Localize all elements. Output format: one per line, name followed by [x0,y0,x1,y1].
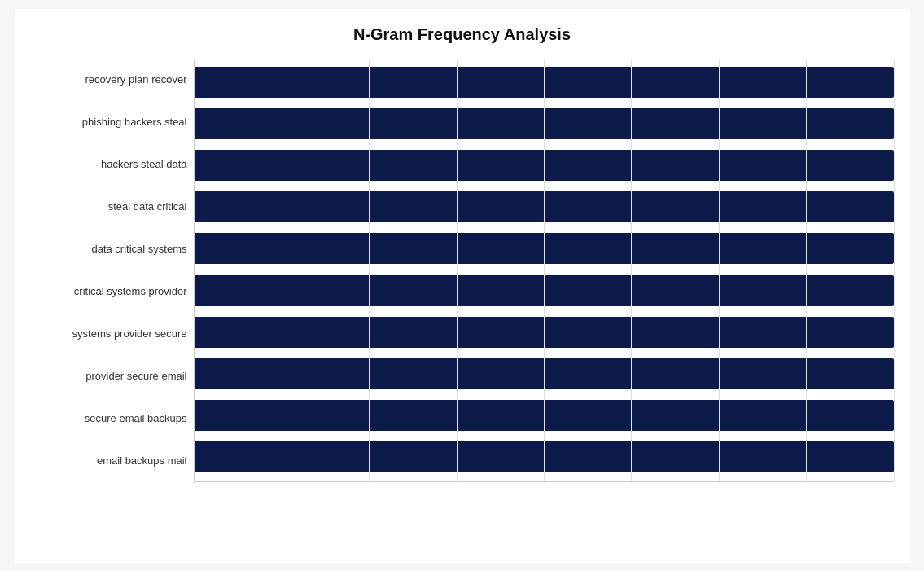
bar-row [195,436,894,477]
gridline [894,59,895,481]
y-label: critical systems provider [31,285,187,298]
y-label: systems provider secure [31,327,187,340]
bar [195,275,894,306]
y-label: email backups mail [31,455,187,468]
y-labels: recovery plan recoverphishing hackers st… [31,59,194,482]
bar [195,108,894,139]
bar [195,317,894,348]
chart-title: N-Gram Frequency Analysis [31,25,894,44]
bar-row [195,228,894,270]
bar [195,441,894,472]
y-label: hackers steal data [31,158,187,171]
bars-area [194,59,894,482]
bar [195,150,894,181]
y-label: secure email backups [31,412,187,425]
bar-row [195,394,894,436]
plot-area: recovery plan recoverphishing hackers st… [31,59,894,482]
bar [195,191,894,222]
bar [195,400,894,431]
bar-row [195,62,894,103]
bar [195,358,894,389]
bars-wrapper [195,59,894,481]
chart-container: N-Gram Frequency Analysis recovery plan … [15,9,910,563]
bar [195,67,894,98]
bar-row [195,353,894,394]
y-label: data critical systems [31,243,187,256]
y-label: phishing hackers steal [31,116,187,129]
y-label: recovery plan recover [31,73,187,86]
bar-row [195,187,894,228]
bar-row [195,311,894,353]
y-label: steal data critical [31,200,187,213]
y-label: provider secure email [31,370,187,383]
bar-row [195,145,894,187]
bar-row [195,103,894,145]
bar-row [195,270,894,311]
bar [195,233,894,264]
